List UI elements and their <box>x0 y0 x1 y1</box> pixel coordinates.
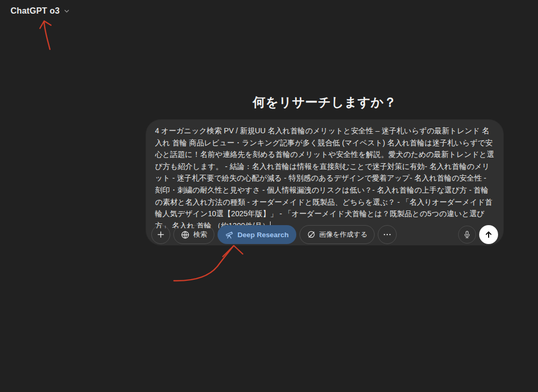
dots-icon <box>382 230 392 239</box>
deep-research-button-label: Deep Research <box>237 231 289 239</box>
microphone-icon <box>463 230 471 239</box>
attach-button[interactable] <box>151 225 170 244</box>
annotation-arrow-deep-research <box>174 246 243 281</box>
search-button-label: 検索 <box>193 230 207 239</box>
plus-icon <box>156 230 165 239</box>
create-image-button[interactable]: 画像を作成する <box>299 225 375 244</box>
dictate-button[interactable] <box>458 226 476 243</box>
paint-image-icon <box>307 230 316 239</box>
model-switcher[interactable]: ChatGPT o3 <box>11 6 70 16</box>
deep-research-button[interactable]: Deep Research <box>218 225 296 244</box>
create-image-button-label: 画像を作成する <box>319 230 368 239</box>
prompt-input[interactable]: 4 オーガニック検索 PV / 新規UU 名入れ首輪のメリットと安全性 – 迷子… <box>155 125 495 228</box>
model-label: ChatGPT o3 <box>11 6 60 16</box>
send-button[interactable] <box>479 225 498 244</box>
page-title: 何をリサーチしますか？ <box>146 94 503 111</box>
prompt-text: 4 オーガニック検索 PV / 新規UU 名入れ首輪のメリットと安全性 – 迷子… <box>155 126 494 228</box>
globe-icon <box>181 230 190 239</box>
more-tools-button[interactable] <box>378 225 397 244</box>
chatgpt-page: ChatGPT o3 何をリサーチしますか？ 4 オーガニック検索 PV / 新… <box>0 0 538 392</box>
annotation-arrow-model <box>40 21 51 49</box>
chevron-down-icon <box>64 8 70 14</box>
search-button[interactable]: 検索 <box>173 225 214 244</box>
arrow-up-icon <box>484 230 493 239</box>
composer-toolbar: 検索 Deep Research 画像を作成する <box>151 225 498 244</box>
telescope-icon <box>225 230 234 239</box>
composer: 4 オーガニック検索 PV / 新規UU 名入れ首輪のメリットと安全性 – 迷子… <box>146 120 503 245</box>
